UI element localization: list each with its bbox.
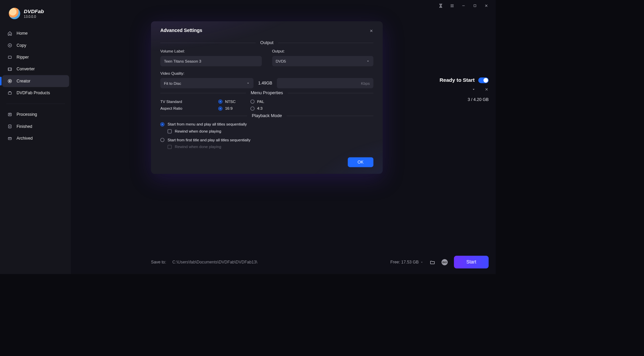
output-label: Output:: [272, 49, 373, 54]
svg-point-1: [9, 45, 10, 46]
main-area: Ready to Start 3 / 4.20 GB Advanced Sett…: [71, 0, 496, 274]
sidebar-item-archived[interactable]: Archived: [2, 132, 69, 144]
section-output: Output: [160, 40, 374, 45]
task-status-panel: Ready to Start 3 / 4.20 GB: [440, 77, 489, 102]
sidebar-item-copy[interactable]: Copy: [2, 39, 69, 51]
volume-label-input[interactable]: Teen Titans Season 3: [160, 56, 262, 66]
section-playback: Playback Mode: [160, 113, 374, 118]
sidebar-divider: [6, 104, 65, 104]
home-icon: [7, 31, 12, 36]
sidebar-item-label: Finished: [16, 124, 32, 129]
sidebar-item-creator[interactable]: Creator: [2, 75, 69, 87]
svg-point-0: [8, 44, 11, 47]
rewind-checkbox-1[interactable]: Rewind when done playing: [167, 129, 373, 133]
tv-standard-label: TV Standard: [160, 99, 212, 104]
sidebar: DVDFab 13.0.0.0 Home Copy Ri: [0, 0, 71, 274]
ready-label: Ready to Start: [440, 77, 475, 83]
creator-icon: [7, 78, 12, 83]
svg-point-5: [9, 80, 10, 81]
chevron-down-icon: [420, 260, 423, 263]
playback-option-menu[interactable]: Start from menu and play all titles sequ…: [160, 122, 374, 127]
chevron-down-icon: [366, 59, 370, 63]
sidebar-item-label: Ripper: [16, 55, 29, 60]
output-select[interactable]: DVD5: [272, 56, 373, 66]
app-logo-icon: [9, 8, 20, 19]
svg-rect-7: [8, 113, 11, 116]
minimize-icon[interactable]: [461, 3, 466, 8]
bitrate-input[interactable]: Kbps: [277, 78, 373, 88]
sidebar-item-converter[interactable]: Converter: [2, 63, 69, 75]
menu-icon[interactable]: [450, 3, 454, 8]
section-menu: Menu Properties: [160, 91, 374, 96]
disc-size-info: 3 / 4.20 GB: [468, 97, 489, 102]
chevron-down-icon[interactable]: [471, 87, 476, 91]
ok-button[interactable]: OK: [348, 157, 373, 167]
ripper-icon: [7, 55, 12, 60]
chevron-down-icon: [246, 81, 250, 85]
modal-title: Advanced Settings: [160, 28, 202, 33]
save-path: C:\Users\fab\Documents\DVDFab\DVDFab13\: [173, 260, 258, 264]
estimated-size: 1.49GB: [258, 81, 272, 85]
aspect-ratio-label: Aspect Ratio: [160, 106, 212, 111]
converter-icon: [7, 67, 12, 72]
radio-ntsc[interactable]: NTSC: [218, 99, 244, 104]
svg-rect-2: [8, 56, 11, 59]
sidebar-item-label: DVDFab Products: [16, 91, 50, 96]
radio-4-3[interactable]: 4:3: [251, 106, 276, 111]
save-to-label: Save to:: [151, 260, 166, 264]
svg-rect-3: [8, 68, 11, 71]
video-quality-label: Video Quality:: [160, 71, 254, 75]
free-space[interactable]: Free: 17.53 GB: [390, 260, 423, 264]
sidebar-item-label: Converter: [16, 67, 35, 72]
sidebar-item-label: Home: [16, 31, 28, 36]
sidebar-item-products[interactable]: DVDFab Products: [2, 87, 69, 99]
disc-copy-icon: [7, 43, 12, 48]
start-button[interactable]: Start: [454, 256, 489, 269]
bottom-bar: Save to: C:\Users\fab\Documents\DVDFab\D…: [151, 256, 489, 269]
sidebar-item-label: Creator: [16, 79, 30, 83]
sidebar-item-home[interactable]: Home: [2, 28, 69, 39]
iso-output-icon[interactable]: ISO: [442, 259, 448, 265]
close-window-icon[interactable]: [484, 3, 489, 8]
products-icon: [7, 91, 12, 96]
sidebar-item-processing[interactable]: Processing: [2, 109, 69, 120]
radio-pal[interactable]: PAL: [251, 99, 276, 104]
close-modal-icon[interactable]: [369, 29, 373, 33]
folder-icon[interactable]: [429, 259, 435, 265]
svg-rect-10: [474, 5, 476, 7]
sidebar-item-ripper[interactable]: Ripper: [2, 51, 69, 63]
svg-rect-6: [8, 92, 11, 95]
remove-task-icon[interactable]: [485, 87, 489, 91]
rewind-checkbox-2: Rewind when done playing: [167, 145, 373, 149]
archive-icon: [7, 136, 12, 141]
theme-icon[interactable]: [439, 3, 443, 8]
brand-block: DVDFab 13.0.0.0: [0, 6, 71, 27]
sidebar-item-label: Copy: [16, 43, 26, 48]
volume-label-label: Volume Label:: [160, 49, 262, 54]
playback-option-first-title[interactable]: Start from first title and play all titl…: [160, 138, 374, 142]
list-icon: [7, 112, 12, 117]
window-controls: [71, 0, 496, 11]
maximize-icon[interactable]: [472, 3, 477, 8]
app-version: 13.0.0.0: [24, 15, 44, 19]
advanced-settings-modal: Advanced Settings Output Volume Label: T…: [151, 21, 383, 174]
check-clipboard-icon: [7, 124, 12, 129]
app-name: DVDFab: [24, 8, 44, 14]
video-quality-select[interactable]: Fit to Disc: [160, 78, 254, 88]
ready-toggle[interactable]: [478, 77, 489, 83]
radio-16-9[interactable]: 16:9: [218, 106, 244, 111]
sidebar-item-label: Archived: [16, 136, 33, 141]
sidebar-item-label: Processing: [16, 112, 37, 117]
sidebar-item-finished[interactable]: Finished: [2, 120, 69, 132]
